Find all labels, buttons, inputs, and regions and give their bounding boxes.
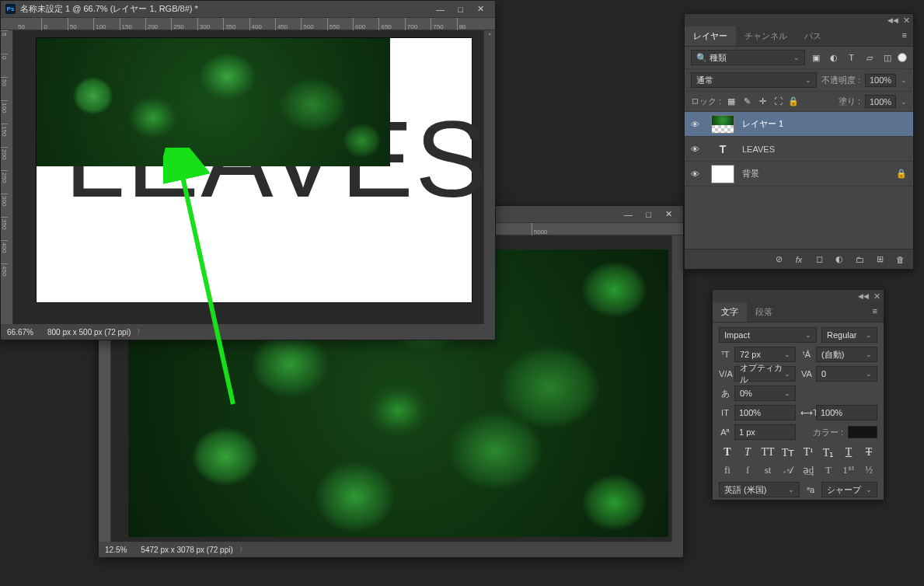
layer-thumbnail[interactable] (711, 115, 734, 134)
tab-layers[interactable]: レイヤー (685, 26, 736, 46)
tsume-input[interactable]: 0%⌄ (734, 385, 796, 401)
text-color-swatch[interactable] (848, 426, 877, 438)
opacity-dropdown-icon[interactable]: ⌄ (901, 76, 907, 84)
filter-adjustment-icon[interactable]: ◐ (828, 53, 839, 63)
font-family-select[interactable]: Impact⌄ (719, 327, 817, 343)
tab-character[interactable]: 文字 (713, 302, 747, 322)
leading-input[interactable]: (自動)⌄ (816, 347, 877, 362)
subscript-button[interactable]: T₁ (821, 446, 835, 459)
swash-button[interactable]: 𝒜 (781, 464, 795, 476)
filter-type-icon[interactable]: T (846, 53, 857, 63)
layer-mask-icon[interactable]: ◻ (814, 254, 825, 264)
layer-effects-icon[interactable]: fx (793, 255, 804, 264)
link-layers-icon[interactable]: ⊘ (773, 254, 784, 264)
faux-italic-button[interactable]: T (741, 446, 755, 459)
new-layer-icon[interactable]: ⊞ (874, 254, 885, 264)
tab-channels[interactable]: チャンネル (736, 26, 796, 46)
lock-icon[interactable]: 🔒 (896, 169, 907, 179)
opacity-value[interactable]: 100% (865, 74, 896, 87)
close-button[interactable]: ✕ (471, 2, 490, 16)
filter-smartobject-icon[interactable]: ◫ (881, 53, 893, 63)
layer-item[interactable]: 👁 レイヤー 1 (685, 112, 913, 137)
doc1-canvas[interactable]: LEAVES (13, 30, 495, 324)
lock-pixels-icon[interactable]: ✎ (741, 96, 752, 106)
filter-pixel-icon[interactable]: ▣ (810, 53, 821, 63)
panel-menu-icon[interactable]: ≡ (896, 26, 913, 46)
vertical-scrollbar[interactable] (671, 235, 683, 542)
underline-button[interactable]: T (842, 446, 856, 459)
horizontal-scale-input[interactable]: 100% (816, 405, 877, 420)
layers-panel[interactable]: ◀◀ ✕ レイヤー チャンネル パス ≡ 🔍 種類⌄ ▣ ◐ T ▱ ◫ 通常⌄… (684, 13, 914, 270)
filter-shape-icon[interactable]: ▱ (863, 53, 875, 63)
all-caps-button[interactable]: TT (761, 446, 775, 459)
character-panel[interactable]: ◀◀ ✕ 文字 段落 ≡ Impact⌄ Regular⌄ ᵀT 72 px⌄ … (712, 289, 884, 501)
document-window-1[interactable]: Ps 名称未設定 1 @ 66.7% (レイヤー 1, RGB/8#) * — … (0, 0, 496, 340)
adjustment-layer-icon[interactable]: ◐ (834, 254, 845, 264)
blend-mode-select[interactable]: 通常⌄ (691, 72, 817, 88)
layers-panel-tabs: レイヤー チャンネル パス ≡ (685, 26, 913, 47)
titling-alt-button[interactable]: a͢d (801, 464, 815, 476)
font-style-select[interactable]: Regular⌄ (821, 327, 877, 343)
close-button[interactable]: ✕ (659, 208, 678, 221)
visibility-icon[interactable]: 👁 (691, 120, 703, 129)
collapse-icon[interactable]: ◀◀ (887, 16, 898, 24)
layer-name[interactable]: レイヤー 1 (742, 118, 783, 130)
lock-transparency-icon[interactable]: ▦ (726, 96, 737, 106)
leading-icon: ᵗÂ (800, 350, 813, 360)
layer-item[interactable]: 👁 T LEAVES (685, 137, 913, 162)
fractions-button[interactable]: 1ˢᵗ (842, 464, 856, 476)
stylistic-alt-button[interactable]: st (761, 464, 775, 476)
panel-close-icon[interactable]: ✕ (873, 291, 880, 302)
ordinals-button[interactable]: T (821, 464, 835, 476)
baseline-input[interactable]: 1 px (734, 424, 796, 440)
layer-name[interactable]: 背景 (742, 168, 759, 180)
maximize-button[interactable]: □ (451, 2, 470, 16)
tracking-input[interactable]: 0⌄ (816, 366, 877, 382)
collapse-icon[interactable]: ◀◀ (858, 292, 869, 300)
panel-collapse-bar[interactable]: ◀◀ ✕ (713, 290, 884, 302)
doc2-statusbar: 12.5% 5472 px x 3078 px (72 ppi) 〉 (99, 542, 683, 557)
vertical-scale-input[interactable]: 100% (734, 405, 796, 420)
visibility-icon[interactable]: 👁 (691, 145, 703, 154)
layer-name[interactable]: LEAVES (742, 145, 775, 154)
panel-collapse-bar[interactable]: ◀◀ ✕ (685, 14, 913, 26)
layer-list: 👁 レイヤー 1 👁 T LEAVES 👁 背景 🔒 (685, 112, 913, 187)
anti-alias-select[interactable]: シャープ⌄ (821, 482, 877, 497)
layer-item[interactable]: 👁 背景 🔒 (685, 162, 913, 187)
delete-layer-icon[interactable]: 🗑 (894, 255, 905, 264)
ligatures-button[interactable]: fi (720, 464, 734, 476)
visibility-icon[interactable]: 👁 (691, 169, 703, 179)
panel-close-icon[interactable]: ✕ (903, 16, 910, 26)
lock-artboard-icon[interactable]: ⛶ (772, 96, 783, 106)
doc1-titlebar[interactable]: Ps 名称未設定 1 @ 66.7% (レイヤー 1, RGB/8#) * — … (1, 1, 495, 18)
statusbar-chevron-icon[interactable]: 〉 (239, 545, 246, 555)
language-select[interactable]: 英語 (米国)⌄ (719, 482, 800, 497)
vertical-scrollbar[interactable]: ˄ (483, 30, 495, 324)
superscript-button[interactable]: T¹ (801, 446, 815, 459)
type-layer-icon: T (711, 143, 734, 155)
lock-position-icon[interactable]: ✛ (757, 96, 768, 106)
statusbar-chevron-icon[interactable]: 〉 (137, 327, 144, 337)
tab-paths[interactable]: パス (796, 26, 830, 46)
minimize-button[interactable]: — (431, 2, 450, 16)
font-size-icon: ᵀT (719, 350, 731, 360)
filter-toggle[interactable] (898, 53, 907, 62)
faux-bold-button[interactable]: T (720, 446, 734, 459)
layer-group-icon[interactable]: 🗀 (854, 255, 865, 264)
fill-value[interactable]: 100% (865, 95, 896, 108)
maximize-button[interactable]: □ (639, 208, 658, 221)
fill-dropdown-icon[interactable]: ⌄ (901, 98, 907, 106)
strikethrough-button[interactable]: T (862, 446, 876, 459)
font-size-input[interactable]: 72 px⌄ (734, 347, 796, 362)
scroll-up-icon[interactable]: ˄ (484, 30, 496, 42)
tabular-button[interactable]: ½ (862, 464, 876, 476)
small-caps-button[interactable]: Tᴛ (781, 446, 795, 459)
lock-all-icon[interactable]: 🔒 (788, 96, 799, 106)
kerning-select[interactable]: オプティカル⌄ (734, 366, 796, 382)
layer-thumbnail[interactable] (711, 165, 734, 183)
contextual-alt-button[interactable]: ſ (741, 464, 755, 476)
tab-paragraph[interactable]: 段落 (747, 302, 781, 322)
layer-filter-select[interactable]: 🔍 種類⌄ (691, 50, 805, 65)
panel-menu-icon[interactable]: ≡ (866, 302, 884, 322)
minimize-button[interactable]: — (619, 208, 638, 221)
